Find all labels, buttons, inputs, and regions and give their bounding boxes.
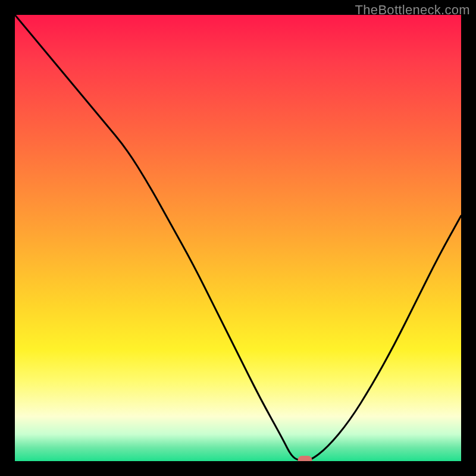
plot-area (15, 15, 461, 461)
optimal-marker (298, 456, 312, 461)
bottleneck-curve (15, 15, 461, 461)
attribution-text: TheBottleneck.com (355, 2, 470, 18)
chart-container: TheBottleneck.com (0, 0, 476, 476)
curve-svg (15, 15, 461, 461)
